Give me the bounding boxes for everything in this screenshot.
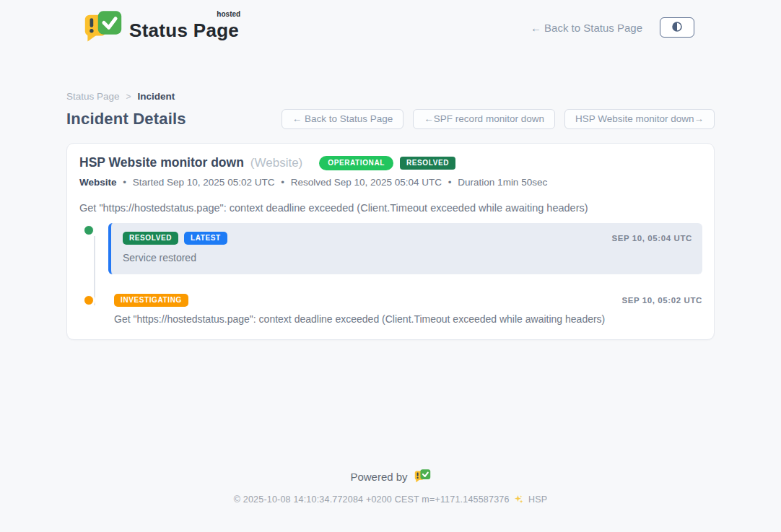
main-content: Status Page > Incident Incident Details … xyxy=(66,91,715,340)
operational-status-badge: OPERATIONAL xyxy=(319,156,393,170)
back-to-status-page-button[interactable]: ← Back to Status Page xyxy=(282,109,404,129)
incident-component: (Website) xyxy=(250,156,302,170)
sparkles-icon xyxy=(514,494,523,506)
theme-toggle-button[interactable] xyxy=(660,17,694,38)
previous-incident-button[interactable]: ←SPF record monitor down xyxy=(413,109,555,129)
timeline-entry-investigating: INVESTIGATING SEP 10, 05:02 UTC Get "htt… xyxy=(79,293,702,325)
next-incident-button[interactable]: HSP Website monitor down→ xyxy=(564,109,715,129)
timeline-update-plain: INVESTIGATING SEP 10, 05:02 UTC Get "htt… xyxy=(108,293,702,325)
update-message: Service restored xyxy=(123,252,692,263)
breadcrumb-separator: > xyxy=(126,92,131,102)
powered-by-logo-icon[interactable] xyxy=(414,468,431,485)
copyright-text: © 2025-10-08 14:10:34.772084 +0200 CEST … xyxy=(234,494,510,505)
incident-description: Get "https://hostedstatus.page": context… xyxy=(79,202,702,214)
breadcrumb: Status Page > Incident xyxy=(66,91,715,102)
update-message: Get "https://hostedstatus.page": context… xyxy=(114,313,702,325)
meta-started: Started Sep 10, 2025 05:02 UTC xyxy=(133,177,275,188)
timeline-dot-investigating xyxy=(84,295,94,305)
resolved-status-badge: RESOLVED xyxy=(400,157,455,170)
copyright-suffix: HSP xyxy=(528,494,547,505)
page-title: Incident Details xyxy=(66,110,186,128)
incident-card: HSP Website monitor down (Website) OPERA… xyxy=(66,143,715,340)
copyright-line: © 2025-10-08 14:10:34.772084 +0200 CEST … xyxy=(0,494,781,506)
bullet-separator: • xyxy=(281,177,284,188)
breadcrumb-incident: Incident xyxy=(138,91,175,102)
incident-meta: Website • Started Sep 10, 2025 05:02 UTC… xyxy=(79,177,702,188)
powered-by-label: Powered by xyxy=(350,471,407,483)
resolved-badge: RESOLVED xyxy=(123,232,178,245)
update-timestamp: SEP 10, 05:02 UTC xyxy=(621,296,702,305)
header-back-to-status-page-link[interactable]: ← Back to Status Page xyxy=(531,22,642,34)
header: hosted Status Page ← Back to Status Page xyxy=(0,0,781,45)
meta-resolved: Resolved Sep 10, 2025 05:04 UTC xyxy=(291,177,442,188)
footer: Powered by © 2025-10-08 14:10:34.772084 … xyxy=(0,468,781,506)
logo-superscript: hosted xyxy=(217,10,240,18)
timeline-dot-resolved xyxy=(84,225,94,235)
meta-component: Website xyxy=(79,177,117,188)
half-circle-contrast-icon xyxy=(671,20,684,35)
investigating-badge: INVESTIGATING xyxy=(114,294,188,307)
latest-badge: LATEST xyxy=(184,232,227,245)
breadcrumb-status-page[interactable]: Status Page xyxy=(66,91,120,102)
statuspage-logo-icon xyxy=(84,9,123,45)
timeline-update-card: RESOLVED LATEST SEP 10, 05:04 UTC Servic… xyxy=(108,223,702,274)
timeline-entry-latest: RESOLVED LATEST SEP 10, 05:04 UTC Servic… xyxy=(79,223,702,274)
incident-timeline: RESOLVED LATEST SEP 10, 05:04 UTC Servic… xyxy=(79,223,702,325)
bullet-separator: • xyxy=(448,177,452,188)
update-timestamp: SEP 10, 05:04 UTC xyxy=(611,234,692,243)
meta-duration: Duration 1min 50sec xyxy=(458,177,547,188)
incident-nav-buttons: ← Back to Status Page ←SPF record monito… xyxy=(282,109,715,129)
incident-title: HSP Website monitor down xyxy=(79,155,244,170)
statuspage-logo[interactable]: hosted Status Page xyxy=(84,9,239,45)
brand-name: Status Page xyxy=(129,19,239,41)
bullet-separator: • xyxy=(123,177,126,188)
